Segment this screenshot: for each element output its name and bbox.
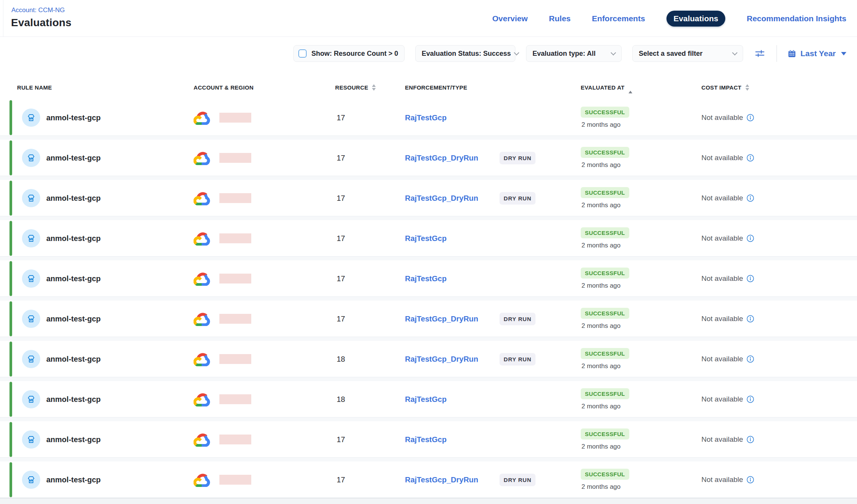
saved-filter-placeholder: Select a saved filter xyxy=(639,50,703,58)
col-evaluated-at[interactable]: EVALUATED AT xyxy=(581,84,701,91)
saved-filter-dropdown[interactable]: Select a saved filter xyxy=(632,45,743,62)
rule-name-cell: anmol-test-gcp xyxy=(17,390,194,408)
enforcement-link[interactable]: RajTestGcp_DryRun xyxy=(405,476,478,484)
info-icon[interactable] xyxy=(747,154,754,162)
code-rule-icon xyxy=(26,193,36,203)
table-row[interactable]: anmol-test-gcp 17 RajTestGcp_DryRun DRY … xyxy=(0,140,857,176)
resource-count: 17 xyxy=(335,113,405,122)
breadcrumb-account-link[interactable]: Account: CCM-NG xyxy=(11,6,65,14)
cost-impact-cell: Not available xyxy=(701,154,857,162)
status-badge: SUCCESSFUL xyxy=(581,227,629,238)
resource-count: 17 xyxy=(335,274,405,283)
enforcement-cell: RajTestGcp xyxy=(405,395,581,404)
resource-count: 17 xyxy=(335,234,405,243)
cost-impact-cell: Not available xyxy=(701,355,857,363)
table-row[interactable]: anmol-test-gcp 17 RajTestGcp_DryRun DRY … xyxy=(0,301,857,337)
code-rule-icon xyxy=(26,394,36,404)
table-body: anmol-test-gcp 17 RajTestGcp SUCCESSFUL … xyxy=(0,99,857,502)
table-row[interactable]: anmol-test-gcp 17 RajTestGcp SUCCESSFUL … xyxy=(0,421,857,458)
page-title: Evaluations xyxy=(11,17,71,29)
gcp-cloud-icon xyxy=(194,110,211,125)
info-icon[interactable] xyxy=(747,194,754,202)
evaluation-status-dropdown[interactable]: Evaluation Status: Success xyxy=(415,45,515,62)
evaluated-at-cell: SUCCESSFUL 2 months ago xyxy=(581,308,701,330)
table-row[interactable]: anmol-test-gcp 17 RajTestGcp_DryRun DRY … xyxy=(0,461,857,498)
evaluated-time: 2 months ago xyxy=(581,443,621,450)
enforcement-link[interactable]: RajTestGcp_DryRun xyxy=(405,154,478,162)
col-resource[interactable]: RESOURCE xyxy=(335,84,405,91)
redacted-account-region xyxy=(219,475,251,485)
tab-rules[interactable]: Rules xyxy=(549,14,570,23)
status-badge: SUCCESSFUL xyxy=(581,147,629,158)
code-rule-icon xyxy=(26,314,36,324)
rule-name: anmol-test-gcp xyxy=(46,476,101,484)
chevron-down-icon xyxy=(514,50,519,55)
rule-name: anmol-test-gcp xyxy=(46,113,101,122)
redacted-account-region xyxy=(219,394,251,404)
resource-count-filter-toggle[interactable]: Show: Resource Count > 0 xyxy=(293,45,405,62)
calendar-icon xyxy=(788,49,796,58)
code-rule-icon xyxy=(26,274,36,284)
table-row[interactable]: anmol-test-gcp 17 RajTestGcp SUCCESSFUL … xyxy=(0,220,857,257)
account-region-cell xyxy=(194,151,335,165)
info-icon[interactable] xyxy=(747,395,754,403)
redacted-account-region xyxy=(219,193,251,203)
table-row[interactable]: anmol-test-gcp 18 RajTestGcp_DryRun DRY … xyxy=(0,341,857,377)
code-rule-icon xyxy=(26,435,36,444)
tab-evaluations[interactable]: Evaluations xyxy=(666,11,726,27)
cost-impact-cell: Not available xyxy=(701,234,857,243)
info-icon[interactable] xyxy=(747,436,754,443)
enforcement-link[interactable]: RajTestGcp xyxy=(405,395,447,404)
cost-impact-value: Not available xyxy=(701,154,743,162)
col-cost-impact[interactable]: COST IMPACT xyxy=(701,84,857,91)
cost-impact-value: Not available xyxy=(701,194,743,202)
table-row[interactable]: anmol-test-gcp 17 RajTestGcp SUCCESSFUL … xyxy=(0,260,857,297)
enforcement-link[interactable]: RajTestGcp xyxy=(405,234,447,243)
checkbox-unchecked[interactable] xyxy=(298,49,307,58)
date-range-picker[interactable]: Last Year xyxy=(788,49,846,58)
enforcement-link[interactable]: RajTestGcp xyxy=(405,113,447,122)
evaluation-type-dropdown[interactable]: Evaluation type: All xyxy=(526,45,622,62)
enforcement-link[interactable]: RajTestGcp_DryRun xyxy=(405,315,478,323)
cost-impact-value: Not available xyxy=(701,435,743,444)
sort-icon[interactable] xyxy=(745,84,749,91)
enforcement-cell: RajTestGcp_DryRun DRY RUN xyxy=(405,474,581,486)
table-row[interactable]: anmol-test-gcp 17 RajTestGcp_DryRun DRY … xyxy=(0,180,857,216)
resource-count: 17 xyxy=(335,435,405,444)
sort-asc-icon[interactable] xyxy=(629,84,632,91)
tab-enforcements[interactable]: Enforcements xyxy=(592,14,645,23)
cost-impact-value: Not available xyxy=(701,315,743,323)
filter-panel-button[interactable] xyxy=(754,49,766,58)
table-row[interactable]: anmol-test-gcp 17 RajTestGcp SUCCESSFUL … xyxy=(0,99,857,136)
info-icon[interactable] xyxy=(747,355,754,363)
redacted-account-region xyxy=(219,233,251,243)
info-icon[interactable] xyxy=(747,235,754,242)
enforcement-link[interactable]: RajTestGcp xyxy=(405,435,447,444)
tab-recommendation-insights[interactable]: Recommendation Insights xyxy=(747,14,846,23)
col-rule-name: RULE NAME xyxy=(17,84,194,91)
vertical-divider xyxy=(777,45,777,62)
rule-avatar xyxy=(22,149,40,167)
enforcement-cell: RajTestGcp_DryRun DRY RUN xyxy=(405,353,581,365)
rule-name-cell: anmol-test-gcp xyxy=(17,310,194,328)
evaluated-at-cell: SUCCESSFUL 2 months ago xyxy=(581,187,701,209)
info-icon[interactable] xyxy=(747,275,754,282)
redacted-account-region xyxy=(219,354,251,364)
info-icon[interactable] xyxy=(747,315,754,323)
status-badge: SUCCESSFUL xyxy=(581,268,629,279)
redacted-account-region xyxy=(219,435,251,444)
rule-name-cell: anmol-test-gcp xyxy=(17,350,194,368)
rule-name: anmol-test-gcp xyxy=(46,315,101,323)
info-icon[interactable] xyxy=(747,114,754,121)
account-region-cell xyxy=(194,271,335,286)
rule-name: anmol-test-gcp xyxy=(46,395,101,404)
info-icon[interactable] xyxy=(747,476,754,484)
enforcement-link[interactable]: RajTestGcp_DryRun xyxy=(405,355,478,364)
sort-icon[interactable] xyxy=(372,84,376,91)
rule-avatar xyxy=(22,350,40,368)
table-row[interactable]: anmol-test-gcp 18 RajTestGcp SUCCESSFUL … xyxy=(0,381,857,417)
rule-name: anmol-test-gcp xyxy=(46,274,101,283)
enforcement-link[interactable]: RajTestGcp_DryRun xyxy=(405,194,478,203)
enforcement-link[interactable]: RajTestGcp xyxy=(405,274,447,283)
tab-overview[interactable]: Overview xyxy=(492,14,528,23)
